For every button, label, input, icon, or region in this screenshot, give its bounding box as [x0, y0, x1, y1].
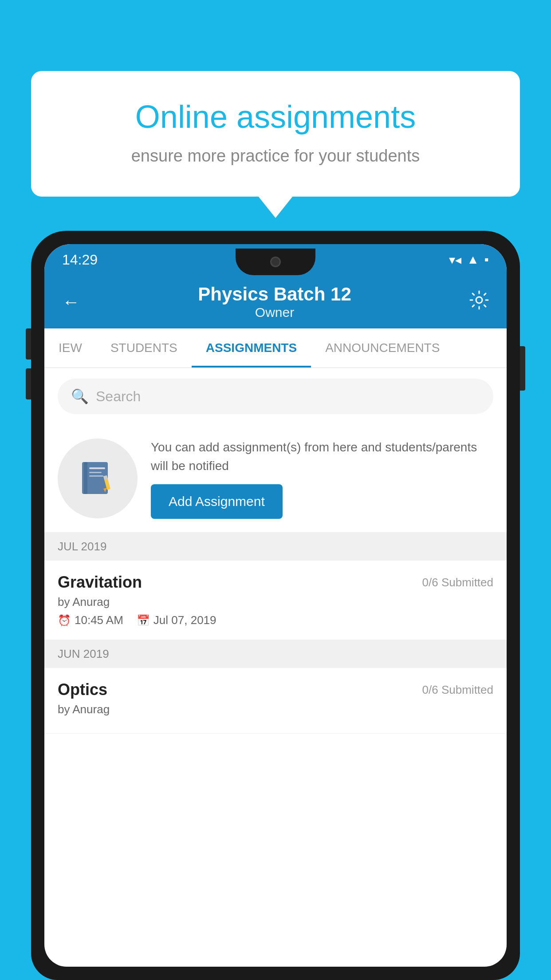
- promo-icon-circle: [58, 439, 138, 518]
- assignment-top-row-optics: Optics 0/6 Submitted: [58, 680, 493, 699]
- tabs-container: IEW STUDENTS ASSIGNMENTS ANNOUNCEMENTS: [44, 328, 507, 368]
- section-header-jul: JUL 2019: [44, 533, 507, 561]
- assignment-title-optics: Optics: [58, 680, 107, 699]
- search-bar[interactable]: 🔍 Search: [58, 379, 493, 414]
- volume-down-button: [26, 368, 31, 399]
- assignment-submitted-optics: 0/6 Submitted: [422, 683, 493, 697]
- settings-button[interactable]: [469, 290, 489, 314]
- owner-label: Owner: [198, 305, 351, 320]
- assignment-title-gravitation: Gravitation: [58, 573, 142, 592]
- assignment-author-optics: by Anurag: [58, 703, 493, 716]
- add-assignment-button[interactable]: Add Assignment: [151, 484, 283, 519]
- svg-point-0: [476, 297, 482, 303]
- section-header-jun: JUN 2019: [44, 640, 507, 668]
- power-button: [520, 346, 525, 391]
- speech-bubble: Online assignments ensure more practice …: [31, 71, 520, 197]
- speech-bubble-subtitle: ensure more practice for your students: [62, 146, 489, 166]
- search-container: 🔍 Search: [44, 368, 507, 425]
- tab-iew[interactable]: IEW: [44, 328, 96, 368]
- calendar-icon: 📅: [137, 614, 150, 627]
- assignment-meta-gravitation: ⏰ 10:45 AM 📅 Jul 07, 2019: [58, 613, 493, 627]
- clock-icon: ⏰: [58, 614, 71, 627]
- tab-assignments[interactable]: ASSIGNMENTS: [192, 328, 311, 368]
- batch-title: Physics Batch 12: [198, 284, 351, 305]
- svg-rect-5: [89, 475, 103, 477]
- app-header: ← Physics Batch 12 Owner: [44, 275, 507, 328]
- svg-rect-4: [89, 472, 102, 473]
- phone-screen: 14:29 ▾◂ ▲ ▪ ← Physics Batch 12 Owner: [44, 244, 507, 967]
- front-camera: [270, 257, 281, 267]
- assignment-item-optics[interactable]: Optics 0/6 Submitted by Anurag: [44, 668, 507, 734]
- promo-section: You can add assignment(s) from here and …: [44, 425, 507, 533]
- promo-description: You can add assignment(s) from here and …: [151, 438, 493, 475]
- volume-up-button: [26, 328, 31, 360]
- promo-text: You can add assignment(s) from here and …: [151, 438, 493, 519]
- assignment-date: 📅 Jul 07, 2019: [137, 613, 216, 627]
- header-center: Physics Batch 12 Owner: [198, 284, 351, 320]
- notch-area: [31, 244, 520, 280]
- assignment-author-gravitation: by Anurag: [58, 595, 493, 609]
- search-input[interactable]: Search: [96, 388, 141, 405]
- assignment-date-value: Jul 07, 2019: [153, 613, 216, 627]
- search-icon: 🔍: [71, 388, 89, 405]
- back-button[interactable]: ←: [62, 292, 80, 312]
- phone-frame: 14:29 ▾◂ ▲ ▪ ← Physics Batch 12 Owner: [31, 231, 520, 980]
- tab-students[interactable]: STUDENTS: [96, 328, 192, 368]
- tab-announcements[interactable]: ANNOUNCEMENTS: [311, 328, 454, 368]
- speech-bubble-title: Online assignments: [62, 98, 489, 136]
- speech-bubble-container: Online assignments ensure more practice …: [31, 71, 520, 197]
- assignment-item-gravitation[interactable]: Gravitation 0/6 Submitted by Anurag ⏰ 10…: [44, 561, 507, 640]
- assignment-submitted-gravitation: 0/6 Submitted: [422, 576, 493, 589]
- assignment-time: ⏰ 10:45 AM: [58, 613, 123, 627]
- notebook-icon: [78, 458, 118, 498]
- phone-notch: [236, 249, 315, 275]
- svg-rect-3: [89, 467, 105, 469]
- svg-rect-2: [84, 462, 87, 494]
- assignment-top-row: Gravitation 0/6 Submitted: [58, 573, 493, 592]
- assignment-time-value: 10:45 AM: [75, 613, 123, 627]
